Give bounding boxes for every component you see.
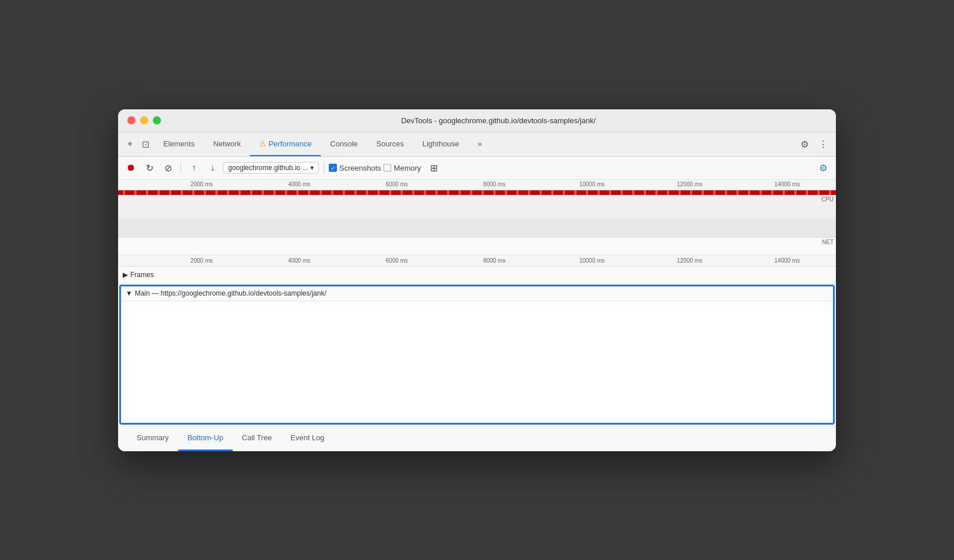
- frames-track: ▶ Frames: [118, 267, 836, 283]
- download-button[interactable]: ↓: [204, 160, 221, 176]
- more-icon[interactable]: ⋮: [815, 136, 831, 152]
- record-button[interactable]: ⏺: [123, 160, 139, 176]
- ruler-label-4000: 4000 ms: [251, 181, 348, 190]
- tl-ruler-4000: 4000 ms: [251, 257, 348, 264]
- clear-button[interactable]: ⊘: [160, 160, 176, 176]
- tab-bar: ⌖ ⊡ Elements Network ⚠ Performance Conso…: [118, 132, 836, 157]
- ruler-label-2000: 2000 ms: [153, 181, 251, 190]
- upload-button[interactable]: ↑: [186, 160, 202, 176]
- tl-ruler-12000: 12000 ms: [641, 257, 739, 264]
- tab-network[interactable]: Network: [204, 132, 250, 156]
- tab-call-tree[interactable]: Call Tree: [233, 426, 281, 451]
- tab-bottom-up[interactable]: Bottom-Up: [178, 426, 233, 451]
- url-selector[interactable]: googlechrome.github.io ... ▾: [223, 162, 319, 174]
- flame-chart-header[interactable]: ▼ Main — https://googlechrome.github.io/…: [121, 286, 833, 301]
- frames-track-header[interactable]: ▶ Frames: [118, 267, 836, 283]
- expand-icon: ▶: [123, 271, 128, 279]
- titlebar: DevTools - googlechrome.github.io/devtoo…: [118, 109, 836, 132]
- reload-button[interactable]: ↻: [141, 160, 157, 176]
- cursor-icon[interactable]: ⌖: [123, 132, 137, 156]
- flame-chart[interactable]: [121, 301, 833, 423]
- tl-ruler-14000: 14000 ms: [738, 257, 836, 264]
- collapse-icon: ▼: [126, 289, 133, 297]
- tab-actions: ⚙ ⋮: [797, 136, 831, 152]
- long-task-bar: [118, 190, 836, 195]
- main-track-label: Main — https://googlechrome.github.io/de…: [135, 289, 326, 297]
- cpu-label: CPU: [821, 196, 834, 202]
- tab-sources[interactable]: Sources: [367, 132, 413, 156]
- traffic-lights: [127, 116, 161, 124]
- timeline-ruler: 2000 ms 4000 ms 6000 ms 8000 ms 10000 ms…: [118, 255, 836, 267]
- tab-console[interactable]: Console: [321, 132, 367, 156]
- tab-lighthouse[interactable]: Lighthouse: [413, 132, 469, 156]
- separator: [181, 162, 181, 174]
- flame-chart-area: ▼ Main — https://googlechrome.github.io/…: [119, 285, 835, 425]
- overview-panel: 2000 ms 4000 ms 6000 ms 8000 ms 10000 ms…: [118, 180, 836, 255]
- ruler-label-14000: 14000 ms: [738, 181, 836, 190]
- minimize-button[interactable]: [140, 116, 148, 124]
- tab-event-log[interactable]: Event Log: [281, 426, 334, 451]
- tl-ruler-10000: 10000 ms: [543, 257, 641, 264]
- screenshots-checkbox[interactable]: ✓: [329, 164, 337, 172]
- screenshots-checkbox-group[interactable]: ✓ Screenshots: [329, 164, 381, 172]
- bottom-tabs: Summary Bottom-Up Call Tree Event Log: [118, 426, 836, 451]
- tl-ruler-8000: 8000 ms: [446, 257, 544, 264]
- ruler-label-6000: 6000 ms: [348, 181, 446, 190]
- frames-label: Frames: [130, 271, 154, 279]
- maximize-button[interactable]: [153, 116, 161, 124]
- chevron-down-icon: ▾: [310, 164, 314, 172]
- cpu-chart[interactable]: CPU: [118, 195, 836, 218]
- tab-elements[interactable]: Elements: [154, 132, 204, 156]
- devtools-window: DevTools - googlechrome.github.io/devtoo…: [118, 109, 836, 451]
- separator2: [324, 162, 324, 174]
- ruler-label-10000: 10000 ms: [543, 181, 641, 190]
- memory-checkbox-group[interactable]: Memory: [383, 164, 421, 172]
- tl-ruler-2000: 2000 ms: [153, 257, 251, 264]
- tab-more[interactable]: »: [468, 132, 491, 156]
- close-button[interactable]: [127, 116, 135, 124]
- memory-icon[interactable]: ⊞: [425, 160, 442, 176]
- net-chart[interactable]: NET: [118, 238, 836, 255]
- settings-icon[interactable]: ⚙: [797, 136, 813, 152]
- memory-checkbox[interactable]: [383, 164, 391, 172]
- warning-icon: ⚠: [259, 139, 266, 148]
- settings-panel-icon[interactable]: ⚙: [815, 160, 831, 176]
- net-label: NET: [822, 239, 834, 245]
- device-icon[interactable]: ⊡: [137, 132, 154, 156]
- tab-performance[interactable]: ⚠ Performance: [250, 132, 321, 156]
- toolbar: ⏺ ↻ ⊘ ↑ ↓ googlechrome.github.io ... ▾ ✓…: [118, 157, 836, 180]
- tab-summary[interactable]: Summary: [127, 426, 178, 451]
- overview-time-ruler: 2000 ms 4000 ms 6000 ms 8000 ms 10000 ms…: [118, 180, 836, 190]
- ruler-label-8000: 8000 ms: [446, 181, 544, 190]
- screenshots-row: [118, 218, 836, 238]
- ruler-label-12000: 12000 ms: [641, 181, 739, 190]
- main-timeline: 2000 ms 4000 ms 6000 ms 8000 ms 10000 ms…: [118, 255, 836, 426]
- tl-ruler-6000: 6000 ms: [348, 257, 446, 264]
- window-title: DevTools - googlechrome.github.io/devtoo…: [170, 116, 827, 125]
- settings-gear-icon[interactable]: ⚙: [815, 160, 831, 176]
